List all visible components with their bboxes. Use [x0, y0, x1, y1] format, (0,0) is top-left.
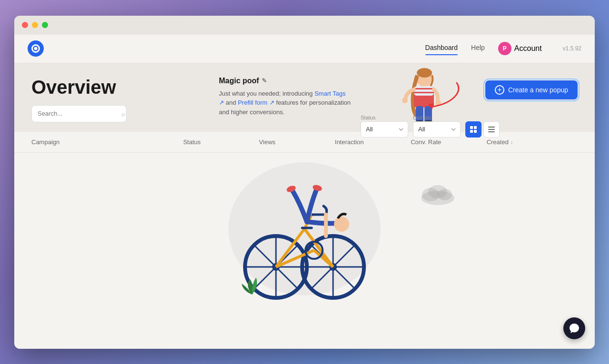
edit-icon[interactable]: ✎ — [262, 77, 267, 84]
account-label: Account — [514, 44, 542, 53]
header-banner: Overview ⌕ — [14, 63, 595, 132]
svg-rect-17 — [488, 127, 495, 128]
app-logo[interactable] — [28, 40, 44, 57]
svg-point-23 — [428, 185, 447, 198]
search-input[interactable] — [38, 110, 118, 117]
svg-point-1 — [417, 68, 432, 78]
svg-rect-15 — [470, 130, 473, 133]
ann-text-middle: and — [224, 99, 238, 106]
traffic-light-red[interactable] — [22, 22, 28, 28]
col-created[interactable]: Created ↓ — [487, 138, 578, 146]
nav-link-dashboard[interactable]: Dashboard — [425, 44, 458, 53]
create-popup-button[interactable]: + Create a new popup — [485, 80, 578, 99]
filter-controls: Status All Domain All — [361, 115, 500, 138]
main-content: Overview ⌕ — [14, 63, 595, 349]
account-menu[interactable]: P Account — [498, 42, 542, 55]
col-campaign: Campaign — [31, 138, 183, 146]
status-filter-label: Status — [361, 115, 408, 120]
prefill-form-link[interactable]: Prefill form ↗ — [238, 99, 275, 106]
ann-text-before: Just what you needed; introducing — [219, 90, 314, 97]
account-avatar: P — [498, 42, 511, 55]
announcement-text: Just what you needed; introducing Smart … — [219, 89, 352, 117]
svg-rect-19 — [488, 131, 495, 132]
bicycle-illustration — [224, 167, 385, 310]
view-toggle — [465, 121, 500, 138]
svg-rect-14 — [474, 126, 477, 129]
navbar: Dashboard Help P Account v1.5.92 — [14, 35, 595, 63]
svg-rect-16 — [474, 130, 477, 133]
svg-point-39 — [334, 216, 349, 232]
version-label: v1.5.92 — [563, 45, 581, 52]
status-filter-select[interactable]: All — [361, 121, 408, 138]
top-right-controls: + Create a new popup — [485, 80, 578, 99]
traffic-light-green[interactable] — [42, 22, 48, 28]
browser-titlebar — [14, 16, 595, 35]
list-view-button[interactable] — [483, 121, 500, 138]
nav-link-help[interactable]: Help — [471, 44, 485, 53]
empty-state — [14, 153, 595, 324]
cloud-decoration — [419, 181, 457, 205]
col-views: Views — [259, 138, 334, 146]
sort-icon: ↓ — [511, 139, 513, 145]
table-header: Campaign Status Views Interaction Conv. … — [14, 132, 595, 153]
col-status: Status — [183, 138, 259, 146]
svg-rect-13 — [470, 126, 473, 129]
app-content: Dashboard Help P Account v1.5.92 Overvie… — [14, 35, 595, 349]
search-bar[interactable]: ⌕ — [31, 105, 127, 122]
red-arrow-annotation — [423, 80, 462, 116]
svg-point-6 — [402, 98, 408, 103]
browser-window: Dashboard Help P Account v1.5.92 Overvie… — [14, 16, 595, 349]
logo-icon — [31, 44, 40, 53]
col-conv-rate: Conv. Rate — [411, 138, 486, 146]
domain-filter-select[interactable]: All — [413, 121, 461, 138]
traffic-light-yellow[interactable] — [32, 22, 38, 28]
status-filter-group: Status All — [361, 115, 408, 138]
nav-links: Dashboard Help P Account v1.5.92 — [425, 42, 581, 55]
grid-view-button[interactable] — [465, 121, 481, 138]
col-interaction: Interaction — [335, 138, 411, 146]
domain-filter-group: Domain All — [413, 115, 461, 138]
search-icon: ⌕ — [121, 110, 125, 118]
announcement-block: Magic poof ✎ Just what you needed; intro… — [219, 77, 352, 117]
chat-button[interactable] — [563, 317, 585, 339]
svg-rect-18 — [488, 129, 495, 130]
announcement-title: Magic poof ✎ — [219, 77, 352, 85]
plus-icon: + — [495, 85, 504, 95]
announcement-title-text: Magic poof — [219, 77, 259, 85]
create-button-label: Create a new popup — [508, 86, 568, 94]
